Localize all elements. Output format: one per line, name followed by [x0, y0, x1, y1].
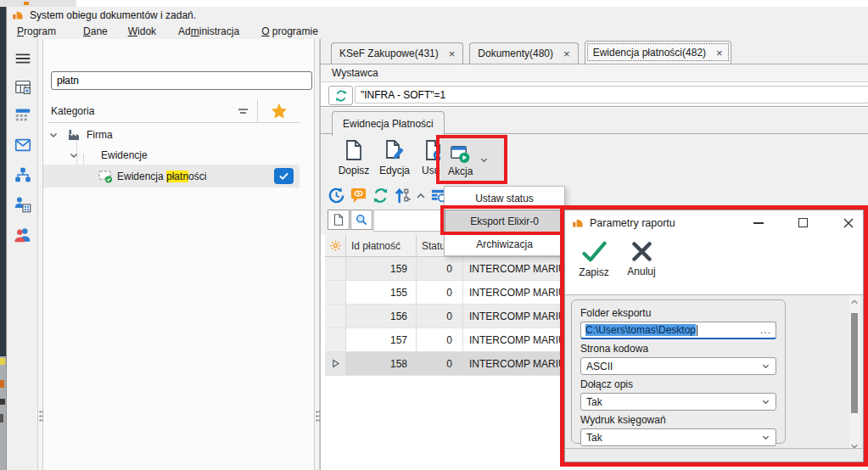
- category-search-input[interactable]: [51, 71, 312, 90]
- sort-tree-icon[interactable]: [394, 187, 412, 204]
- register-check-icon: [98, 170, 113, 183]
- refresh-icon: [334, 89, 348, 103]
- sort-icon[interactable]: [237, 104, 250, 118]
- background-logo-fragment: [24, 2, 29, 5]
- comment-view-icon[interactable]: [350, 187, 367, 204]
- dolacz-opis-label: Dołącz opis: [580, 378, 776, 390]
- zapisz-button[interactable]: Zapisz: [574, 240, 614, 278]
- star-icon: [270, 102, 288, 120]
- menu-o-programie[interactable]: O programie: [255, 25, 324, 38]
- selected-path-text: C:\Users\tomas\Desktop: [585, 324, 696, 336]
- tab-ewidencja-platnosci[interactable]: Ewidencja płatności(482) ×: [585, 41, 731, 64]
- users-icon[interactable]: [14, 226, 32, 244]
- list-rows-icon[interactable]: [14, 105, 32, 124]
- report-parameters-group: Folder eksportu C:\Users\tomas\Desktop .…: [571, 299, 786, 444]
- factory-icon: [67, 128, 81, 142]
- button-label: Zapisz: [579, 266, 608, 278]
- strona-kodowa-select[interactable]: ASCII: [580, 357, 776, 375]
- collapse-caret-icon[interactable]: [416, 191, 426, 201]
- tab-close-icon[interactable]: ×: [449, 48, 456, 59]
- category-header: Kategoria: [48, 99, 300, 123]
- subtab-label: Ewidnecja Płatności: [343, 118, 434, 130]
- browse-button[interactable]: ...: [760, 324, 771, 336]
- dopisz-button[interactable]: Dopisz: [334, 138, 373, 181]
- search-icon: [355, 213, 368, 227]
- scrollbar-thumb[interactable]: [851, 313, 858, 413]
- menu-administracja[interactable]: Administracja: [172, 25, 245, 38]
- dialog-content: Folder eksportu C:\Users\tomas\Desktop .…: [565, 295, 863, 453]
- chevron-down-icon[interactable]: [479, 155, 489, 165]
- menu-item-eksport-elixir[interactable]: Eksport Elixir-0: [445, 210, 564, 232]
- close-button[interactable]: [843, 217, 854, 229]
- chevron-down-icon: [761, 361, 770, 371]
- schedule-table-icon[interactable]: [14, 78, 32, 97]
- dialog-scrollbar[interactable]: [849, 295, 860, 453]
- minimize-button[interactable]: [753, 222, 764, 224]
- menu-item-ustaw-status[interactable]: Ustaw status: [445, 187, 564, 210]
- edycja-button[interactable]: Edycja: [375, 138, 414, 181]
- search-button[interactable]: [350, 210, 372, 230]
- divider: [321, 106, 868, 107]
- app-logo-icon: [572, 216, 585, 229]
- menu-program[interactable]: Program: [11, 25, 62, 38]
- filter-refresh-button[interactable]: [328, 86, 353, 105]
- small-toolbar: [328, 187, 448, 204]
- table-row[interactable]: 1550INTERCOMP MARIUSZ: [325, 281, 563, 305]
- dialog-footer: [565, 448, 863, 462]
- column-header-id[interactable]: Id płatność: [346, 235, 417, 256]
- table-row[interactable]: 1560INTERCOMP MARIUSZ: [325, 305, 563, 328]
- menu-bar: Program Dane Widok Administracja O progr…: [7, 23, 868, 39]
- menu-item-archiwizacja[interactable]: Archiwizacja: [445, 232, 564, 255]
- dialog-title: Parametry raportu: [590, 217, 753, 229]
- filter-expression-input[interactable]: [355, 86, 868, 104]
- akcja-button[interactable]: Akcja: [440, 138, 505, 181]
- button-label: Dopisz: [339, 165, 370, 176]
- dolacz-opis-select[interactable]: Tak: [580, 393, 776, 411]
- tree-node-checkbox[interactable]: [274, 168, 294, 184]
- tab-close-icon[interactable]: ×: [563, 48, 570, 59]
- app-logo-icon: [12, 8, 25, 21]
- category-header-label: Kategoria: [48, 105, 237, 117]
- maximize-button[interactable]: [798, 218, 808, 227]
- wydruk-ksiegowan-select[interactable]: Tak: [580, 428, 776, 446]
- table-row[interactable]: 1590INTERCOMP MARIUSZ: [325, 257, 563, 281]
- check-icon: [278, 171, 289, 181]
- dialog-title-bar[interactable]: Parametry raportu: [565, 210, 863, 235]
- favorites-star-cell[interactable]: [257, 99, 300, 122]
- chevron-down-icon[interactable]: [69, 150, 79, 160]
- window-title: System obiegu dokumentów i zadań.: [30, 9, 196, 21]
- dialog-toolbar: Zapisz Anuluj: [565, 235, 863, 294]
- check-icon: [580, 240, 608, 264]
- menu-dane[interactable]: Dane: [77, 25, 114, 38]
- org-chart-icon[interactable]: [14, 165, 32, 184]
- desktop-strip-low: [0, 356, 6, 470]
- tab-ksef-zakupowe[interactable]: KSeF Zakupowe(431) ×: [331, 42, 463, 64]
- subtab-ewidnecja-platnosci[interactable]: Ewidnecja Płatności: [332, 111, 445, 136]
- refresh-icon[interactable]: [372, 187, 389, 204]
- contact-card-icon[interactable]: [14, 195, 32, 214]
- tab-close-icon[interactable]: ×: [716, 48, 723, 59]
- chevron-down-icon[interactable]: [48, 130, 59, 140]
- history-icon[interactable]: [328, 187, 345, 204]
- tree-node-firma[interactable]: Firma: [48, 125, 113, 144]
- folder-eksportu-input[interactable]: C:\Users\tomas\Desktop ...: [580, 322, 776, 339]
- mail-envelope-icon[interactable]: [14, 136, 32, 154]
- table-row[interactable]: 1570INTERCOMP MARIUSZ: [325, 328, 563, 352]
- tree-node-ewidencje[interactable]: Ewidencje: [69, 145, 148, 165]
- menu-widok[interactable]: Widok: [122, 25, 162, 38]
- tree-node-label: Ewidencja płatności: [117, 171, 206, 182]
- akcja-dropdown-menu: Ustaw status Eksport Elixir-0 Archiwizac…: [444, 186, 565, 256]
- rail-splitter[interactable]: [37, 39, 43, 470]
- anuluj-button[interactable]: Anuluj: [621, 240, 662, 277]
- table-row-selected[interactable]: 1580INTERCOMP MARIUSZ: [325, 352, 563, 376]
- panel-splitter[interactable]: [314, 39, 320, 470]
- new-filter-button[interactable]: [328, 210, 350, 230]
- scroll-up-icon[interactable]: [850, 298, 859, 306]
- settings-column-header[interactable]: [325, 235, 346, 256]
- category-panel: Kategoria Firma Ewidencje: [43, 39, 314, 470]
- hamburger-menu-icon[interactable]: [14, 49, 32, 68]
- wydruk-ksiegowan-label: Wydruk księgowań: [580, 414, 776, 426]
- tab-dokumenty[interactable]: Dokumenty(480) ×: [469, 42, 578, 64]
- quick-search-input[interactable]: [373, 210, 446, 232]
- tree-node-ewidencja-platnosci[interactable]: Ewidencja płatności: [43, 165, 300, 187]
